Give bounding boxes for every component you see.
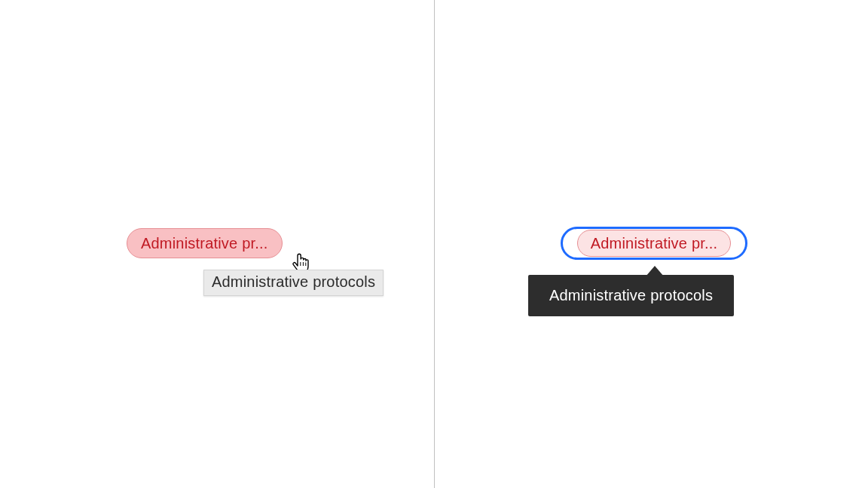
tag-chip-label: Administrative pr... [141,235,268,252]
tag-chip-focused[interactable]: Administrative pr... [577,230,732,257]
tooltip-popover: Administrative protocols [528,265,734,316]
tag-chip-hovered[interactable]: Administrative pr... [127,228,283,258]
tag-chip-focused-wrap: Administrative pr... [561,227,747,260]
tooltip-text: Administrative protocols [549,287,713,303]
tooltip-text: Administrative protocols [212,273,375,290]
tag-chip-label: Administrative pr... [591,235,718,252]
tooltip-body: Administrative protocols [528,275,734,316]
example-hover-tooltip: Administrative pr... Administrative prot… [0,0,434,488]
native-title-tooltip: Administrative protocols [203,270,384,296]
example-focused-tooltip: Administrative pr... Administrative prot… [434,0,868,488]
